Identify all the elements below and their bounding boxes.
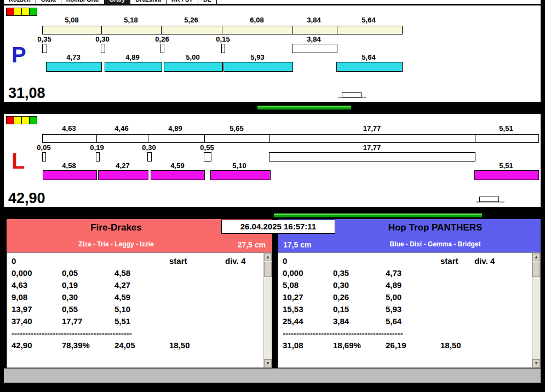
table-row: 15,530,155,93 xyxy=(278,304,540,316)
status-light xyxy=(29,116,37,124)
split-label: 5,64 xyxy=(362,16,375,24)
tab-rr-st[interactable]: RR / ST xyxy=(167,0,198,4)
slider-thumb-l[interactable] xyxy=(479,197,499,202)
segment-divider xyxy=(101,26,102,34)
graph-panel-l: L 42,90 4,630,054,584,460,194,274,890,30… xyxy=(4,114,541,207)
progress-bar-p xyxy=(257,106,351,109)
tab-cidla[interactable]: Cidla xyxy=(36,0,61,4)
gap-label: 0,30 xyxy=(95,35,109,43)
table-cell: 24,05 xyxy=(114,341,135,350)
tab-grafy[interactable]: Grafy xyxy=(105,0,131,4)
table-cell: 78,39% xyxy=(62,341,90,350)
table-cell: 13,97 xyxy=(12,304,32,314)
split-label: 3,84 xyxy=(307,16,320,24)
table-cell: 31,08 xyxy=(283,341,303,350)
segment-divider xyxy=(269,135,270,142)
reaction-gap-box xyxy=(160,44,164,53)
gap-label: 17,77 xyxy=(363,143,381,152)
segment-divider xyxy=(475,135,475,142)
table-cell: 0,55 xyxy=(62,304,78,314)
split-label: 5,65 xyxy=(230,124,243,132)
scroll-up-icon[interactable]: ▲ xyxy=(264,253,272,261)
table-cell: 25,44 xyxy=(283,316,303,326)
table-cell: 4,27 xyxy=(114,280,130,290)
table-cell: 9,08 xyxy=(12,292,27,302)
run-label: 4,89 xyxy=(125,53,139,61)
table-row: 0startdiv. 4 xyxy=(278,256,540,268)
table-cell: 5,00 xyxy=(386,292,401,302)
run-label: 5,00 xyxy=(186,53,199,61)
total-time-l: 42,90 xyxy=(8,190,45,207)
table-cell: 0,000 xyxy=(12,268,32,278)
split-label: 6,08 xyxy=(250,16,263,24)
reaction-gap-box xyxy=(221,44,225,53)
scrollbar-right[interactable]: ▲ ▼ xyxy=(532,253,540,367)
team-table-right: 0startdiv. 40,0000,354,735,080,304,8910,… xyxy=(278,252,541,368)
scroll-up-icon[interactable]: ▲ xyxy=(532,253,540,261)
tab-dl[interactable]: DL xyxy=(198,0,217,4)
table-cell: 4,59 xyxy=(114,292,130,302)
run-bar xyxy=(98,170,148,180)
gap-label: 0,30 xyxy=(142,143,156,152)
graph-panel-p: P 31,08 5,080,354,735,180,304,895,260,26… xyxy=(4,5,541,102)
table-cell: 4,73 xyxy=(386,268,401,278)
team-members: Ziza - Tria - Leggy - Izzie xyxy=(7,240,226,248)
team-name: Fire-Drakes xyxy=(7,222,226,233)
table-cell: 15,53 xyxy=(283,304,303,314)
run-bar xyxy=(46,62,102,72)
separator-row: ----------------------------------------… xyxy=(278,328,540,341)
table-row: 9,080,304,59 xyxy=(7,292,272,304)
team-panel-left: Fire-Drakes Ziza - Tria - Leggy - Izzie … xyxy=(7,219,272,368)
table-cell: 5,10 xyxy=(114,304,130,314)
status-light xyxy=(6,116,14,124)
table-cell: 0,000 xyxy=(283,268,303,278)
split-label: 4,89 xyxy=(168,124,182,132)
status-light xyxy=(6,8,14,16)
results-area: Fire-Drakes Ziza - Tria - Leggy - Izzie … xyxy=(7,219,541,368)
gap-label: 0,35 xyxy=(37,35,51,43)
run-bar xyxy=(223,62,293,72)
table-cell: 0,15 xyxy=(333,304,349,314)
tab-kombi-graf[interactable]: Kombi Graf xyxy=(61,0,105,4)
run-label: 4,73 xyxy=(66,53,80,61)
reaction-gap-box xyxy=(42,44,47,53)
table-row: 10,270,265,00 xyxy=(278,292,540,304)
run-bar xyxy=(105,62,162,72)
slider-thumb-p[interactable] xyxy=(342,92,362,97)
split-bar-l xyxy=(42,134,539,143)
table-row: 5,080,304,89 xyxy=(278,280,540,292)
scroll-down-icon[interactable]: ▼ xyxy=(532,359,540,367)
run-label: 5,51 xyxy=(499,162,513,170)
reaction-gap-box xyxy=(42,152,46,162)
gap-label: 0,15 xyxy=(216,35,230,43)
table-cell: 0,26 xyxy=(333,292,349,302)
table-row: 13,970,555,10 xyxy=(7,304,272,316)
tab-strip: RozbehCidlaKombi GrafGrafyDružstvaRR / S… xyxy=(4,0,541,4)
split-bar-p xyxy=(42,26,403,34)
run-bar xyxy=(474,170,539,180)
table-cell: div. 4 xyxy=(225,256,245,266)
status-lights-p xyxy=(7,8,37,16)
reaction-gap-box xyxy=(101,44,105,53)
table-cell: 42,90 xyxy=(12,341,32,350)
table-row: 0,0000,354,73 xyxy=(278,268,540,280)
split-label: 5,51 xyxy=(499,124,513,132)
scroll-thumb[interactable] xyxy=(532,262,540,277)
tab-dru-stva[interactable]: Družstva xyxy=(130,0,166,4)
table-row: 42,9078,39%24,0518,50 xyxy=(7,341,272,353)
lane-letter-p: P xyxy=(12,43,26,67)
scrollbar-left[interactable]: ▲ ▼ xyxy=(263,253,272,367)
tab-rozbeh[interactable]: Rozbeh xyxy=(4,0,36,4)
scroll-thumb[interactable] xyxy=(264,262,272,277)
table-row: 4,630,194,27 xyxy=(7,280,272,292)
reaction-gap-box xyxy=(96,152,100,162)
tab-bar-filler xyxy=(217,0,541,4)
plot-area-l: L 42,90 4,630,054,584,460,194,274,890,30… xyxy=(4,114,541,207)
tab-bar: RozbehCidlaKombi GrafGrafyDružstvaRR / S… xyxy=(4,0,541,4)
gap-label: 0,55 xyxy=(200,143,214,152)
segment-divider xyxy=(222,26,222,34)
team-panel-right: Hop Trop PANTHERS Blue - Dixi - Gemma - … xyxy=(278,219,541,368)
gap-label: 3,84 xyxy=(307,35,320,43)
scroll-down-icon[interactable]: ▼ xyxy=(264,359,272,367)
table-cell: 18,50 xyxy=(440,341,461,350)
